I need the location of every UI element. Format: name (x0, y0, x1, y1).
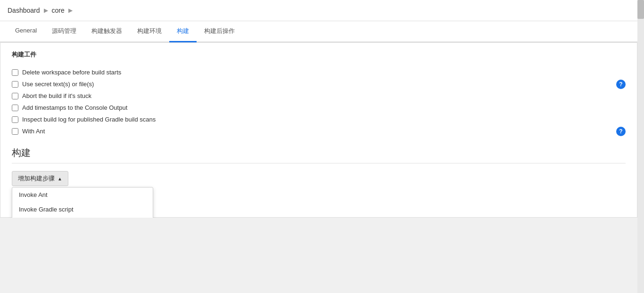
checkbox-delete-workspace: Delete workspace before build starts (12, 66, 626, 78)
checkbox-timestamps-label: Add timestamps to the Console Output (22, 104, 127, 111)
pre-build-section-title: 构建工件 (12, 50, 626, 61)
tab-bar: General 源码管理 构建触发器 构建环境 构建 构建后操作 (0, 21, 637, 42)
checkbox-row-wrapper-4: Inspect build log for published Gradle b… (12, 114, 626, 125)
tab-environment[interactable]: 构建环境 (130, 21, 169, 42)
checkbox-gradle-scans-label: Inspect build log for published Gradle b… (22, 116, 156, 123)
checkbox-row-wrapper-0: Delete workspace before build starts (12, 66, 626, 78)
checkbox-ant: With Ant (12, 125, 616, 137)
checkbox-secret-text-input[interactable] (12, 81, 18, 88)
checkbox-abort-stuck-label: Abort the build if it's stuck (22, 92, 91, 99)
help-icon-ant[interactable]: ? (616, 127, 626, 136)
breadcrumb-dashboard[interactable]: Dashboard (8, 7, 40, 14)
checkbox-gradle-scans-input[interactable] (12, 116, 18, 123)
checkbox-timestamps: Add timestamps to the Console Output (12, 102, 626, 114)
checkbox-secret-text: Use secret text(s) or file(s) (12, 78, 616, 90)
content-panel: 构建工件 Delete workspace before build start… (0, 42, 637, 218)
build-section-title: 构建 (12, 146, 626, 163)
main-content: General 源码管理 构建触发器 构建环境 构建 构建后操作 构建工件 De… (0, 21, 637, 218)
breadcrumb: Dashboard ▶ core ▶ (0, 0, 644, 21)
add-build-step-button[interactable]: 增加构建步骤 ▲ (12, 171, 68, 186)
checkbox-row-wrapper-5: With Ant ? (12, 125, 626, 137)
tab-build[interactable]: 构建 (169, 21, 197, 42)
breadcrumb-sep-1: ▶ (44, 7, 48, 14)
checkbox-ant-input[interactable] (12, 128, 18, 135)
breadcrumb-core[interactable]: core (52, 7, 65, 14)
checkbox-section: Delete workspace before build starts Use… (12, 66, 626, 137)
tab-general[interactable]: General (8, 21, 44, 42)
scrollbar-thumb[interactable] (637, 0, 644, 19)
checkbox-abort-stuck: Abort the build if it's stuck (12, 90, 626, 102)
tab-post-build[interactable]: 构建后操作 (197, 21, 242, 42)
tab-source[interactable]: 源码管理 (44, 21, 84, 42)
dropdown-invoke-gradle[interactable]: Invoke Gradle script (12, 202, 153, 217)
tab-triggers[interactable]: 构建触发器 (84, 21, 130, 42)
breadcrumb-sep-2: ▶ (68, 7, 73, 14)
checkbox-abort-stuck-input[interactable] (12, 93, 18, 99)
checkbox-delete-workspace-input[interactable] (12, 69, 18, 76)
checkbox-ant-label: With Ant (22, 128, 45, 135)
checkbox-delete-workspace-label: Delete workspace before build starts (22, 69, 121, 76)
checkbox-gradle-scans: Inspect build log for published Gradle b… (12, 114, 626, 125)
scrollbar[interactable] (637, 0, 644, 218)
checkbox-row-wrapper-2: Abort the build if it's stuck (12, 90, 626, 102)
add-step-label: 增加构建步骤 (18, 174, 55, 183)
checkbox-row-wrapper-1: Use secret text(s) or file(s) ? (12, 78, 626, 90)
dropdown-wrapper: 增加构建步骤 ▲ Invoke Ant Invoke Gradle script… (12, 171, 68, 186)
dropdown-run-timeout[interactable]: Run with timeout (12, 217, 153, 218)
dropdown-invoke-ant[interactable]: Invoke Ant (12, 187, 153, 202)
dropdown-menu: Invoke Ant Invoke Gradle script Run with… (12, 187, 153, 218)
checkbox-secret-text-label: Use secret text(s) or file(s) (22, 81, 94, 88)
caret-icon: ▲ (58, 176, 62, 181)
checkbox-timestamps-input[interactable] (12, 105, 18, 111)
checkbox-row-wrapper-3: Add timestamps to the Console Output (12, 102, 626, 114)
help-icon-secret[interactable]: ? (616, 80, 626, 89)
